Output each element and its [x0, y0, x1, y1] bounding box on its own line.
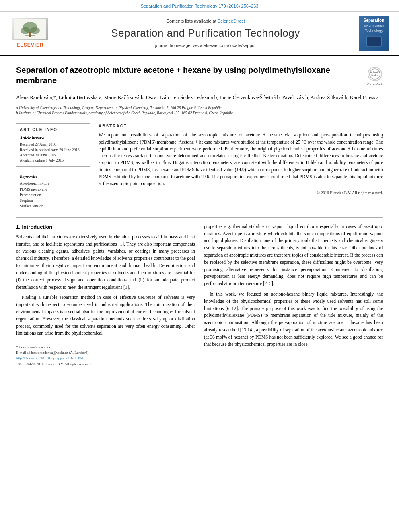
elsevier-text: ELSEVIER [10, 42, 50, 49]
issn-line: 1383-5866/© 2016 Elsevier B.V. All right… [16, 362, 195, 367]
abstract-heading: ABSTRACT [99, 123, 383, 129]
journal-side-logo: Separation ElPurification Technology [359, 16, 391, 51]
keywords-box: Keywords: Azeotropic mixture PDMS membra… [16, 170, 90, 213]
main-content: 1. Introduction Solvents and their mixtu… [16, 218, 383, 367]
intro-para-2: Finding a suitable separation method in … [16, 294, 195, 337]
elsevier-logo: ELSEVIER [8, 16, 52, 51]
paper-title-text: Separation of azeotropic mixture acetone… [16, 65, 363, 86]
paper-title: Separation of azeotropic mixture acetone… [16, 65, 363, 86]
two-col-body: 1. Introduction Solvents and their mixtu… [16, 223, 383, 367]
author-names: Alena Randová a,*, Lidmila Bartovská a, … [16, 94, 379, 100]
top-bar: Separation and Purification Technology 1… [0, 0, 399, 12]
journal-side-image: Separation ElPurification Technology [359, 16, 389, 51]
footnote-area: * Corresponding author. E-mail address: … [16, 342, 195, 367]
paper-body: Separation of azeotropic mixture acetone… [0, 56, 399, 375]
revised-date: Received in revised form 29 June 2016 [20, 148, 87, 153]
contents-line: Contents lists available at ScienceDirec… [56, 18, 355, 24]
svg-point-2 [21, 27, 30, 34]
copyright-line: © 2016 Elsevier B.V. All rights reserved… [99, 190, 383, 196]
authors-section: Alena Randová a,*, Lidmila Bartovská a, … [16, 90, 383, 104]
abstract-text: We report on possibilities of separation… [99, 131, 383, 187]
body-col-left: 1. Introduction Solvents and their mixtu… [16, 223, 195, 367]
crossmark-label: CrossMark [367, 82, 383, 86]
email-address: E-mail address: randovaa@vscht.cz (A. Ra… [16, 350, 195, 356]
journal-center: Contents lists available at ScienceDirec… [56, 18, 355, 49]
affiliation-b: b Institute of Chemical Process Fundamen… [16, 111, 383, 116]
crossmark-section: CHECK MARK CrossMark [367, 65, 383, 86]
svg-point-3 [30, 27, 40, 34]
author-list: Alena Randová a,*, Lidmila Bartovská a, … [16, 93, 383, 101]
journal-title: Separation and Purification Technology [56, 26, 355, 40]
doi-link[interactable]: http://dx.doi.org/10.1016/j.seppur.2016.… [16, 356, 195, 362]
article-history-label: Article history: [20, 135, 87, 141]
paper-title-section: Separation of azeotropic mixture acetone… [16, 60, 383, 90]
sciencedirect-link[interactable]: ScienceDirect [218, 18, 245, 23]
intro-heading: 1. Introduction [16, 223, 195, 231]
intro-para-3: properties e.g. thermal stability or vap… [204, 223, 383, 288]
article-info-column: ARTICLE INFO Article history: Received 2… [16, 123, 90, 213]
abstract-section: ABSTRACT We report on possibilities of s… [99, 123, 383, 213]
crossmark-icon: CHECK MARK [368, 67, 382, 81]
received-date: Received 27 April 2016 [20, 142, 87, 147]
keyword-1: Azeotropic mixture [20, 181, 87, 186]
keyword-3: Pervaporation [20, 192, 87, 198]
keyword-4: Sorption [20, 198, 87, 203]
svg-text:CHECK: CHECK [370, 70, 380, 73]
journal-homepage: journal homepage: www.elsevier.com/locat… [56, 43, 355, 49]
svg-text:MARK: MARK [371, 74, 378, 76]
svg-rect-5 [25, 35, 35, 36]
available-date: Available online 1 July 2016 [20, 158, 87, 163]
keyword-5: Surface tension [20, 203, 87, 209]
intro-para-1: Solvents and their mixtures are extensiv… [16, 234, 195, 291]
keywords-label: Keywords: [20, 174, 87, 179]
body-col-right: properties e.g. thermal stability or vap… [204, 223, 383, 367]
article-info-heading: ARTICLE INFO [20, 127, 87, 133]
article-info-abstract: ARTICLE INFO Article history: Received 2… [16, 119, 383, 217]
accepted-date: Accepted 30 June 2016 [20, 153, 87, 158]
elsevier-logo-image [12, 18, 48, 40]
intro-para-4: In this work, we focused on acetone-hexa… [204, 291, 383, 348]
corresponding-author: * Corresponding author. [16, 345, 195, 350]
keyword-2: PDMS membrane [20, 187, 87, 192]
affiliation-a: a University of Chemistry and Technology… [16, 105, 383, 111]
article-info-box: ARTICLE INFO Article history: Received 2… [16, 123, 90, 167]
journal-citation: Separation and Purification Technology 1… [141, 4, 259, 8]
affiliations: a University of Chemistry and Technology… [16, 104, 383, 119]
doi-anchor[interactable]: http://dx.doi.org/10.1016/j.seppur.2016.… [16, 356, 84, 360]
journal-header: ELSEVIER Contents lists available at Sci… [0, 12, 399, 56]
